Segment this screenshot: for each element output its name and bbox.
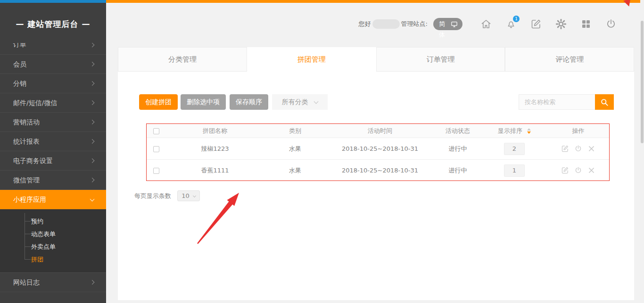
delete-row-icon[interactable] <box>587 145 595 153</box>
manage-site-label: 管理站点: <box>401 20 428 28</box>
sort-toggle[interactable] <box>527 128 531 134</box>
row-checkbox[interactable] <box>153 168 159 174</box>
sidebar-menu: 订单 会员 分销 邮件/短信/微信 营销活动 统计报表 <box>0 43 106 292</box>
save-order-button[interactable]: 保存顺序 <box>230 94 268 110</box>
sidebar-item-label: 订单 <box>13 43 26 48</box>
category-filter-label: 所有分类 <box>282 98 308 106</box>
cell-status: 进行中 <box>434 166 481 175</box>
language-label: 简 <box>439 20 445 28</box>
sort-asc-icon <box>527 128 531 131</box>
sidebar-item-marketing[interactable]: 营销活动 <box>0 113 106 132</box>
submenu-item-booking[interactable]: 预约 <box>0 215 106 228</box>
window-scrollbar[interactable] <box>640 0 644 303</box>
sidebar-submenu: 预约 动态表单 外卖点单 拼团 <box>0 209 106 273</box>
toggle-power-icon[interactable] <box>574 166 582 174</box>
search-icon <box>600 98 609 107</box>
submenu-item-dynamic-forms[interactable]: 动态表单 <box>0 228 106 240</box>
gear-icon[interactable] <box>555 18 567 30</box>
per-page-value: 10 <box>182 192 190 199</box>
sort-order-input[interactable] <box>504 164 525 177</box>
tab-label: 分类管理 <box>168 55 197 64</box>
cell-name: 辣椒1223 <box>165 145 264 153</box>
tab-group-buy-management[interactable]: 拼团管理 <box>247 47 376 72</box>
sidebar-item-site-logs[interactable]: 网站日志 <box>0 273 106 292</box>
submenu-item-group-buy[interactable]: 拼团 <box>0 253 106 266</box>
topbar-orange-accent <box>106 0 644 3</box>
sidebar-item-miniprogram-apps[interactable]: 小程序应用 <box>0 190 106 209</box>
language-switcher: 简 体 <box>433 18 462 30</box>
tab-bar: 分类管理 拼团管理 订单管理 评论管理 <box>118 47 634 72</box>
column-header-time: 活动时间 <box>326 127 434 135</box>
sidebar-item-label: 营销活动 <box>13 118 40 126</box>
per-page-label: 每页显示条数 <box>134 192 171 200</box>
edit-row-icon[interactable] <box>561 145 569 153</box>
row-actions <box>547 145 609 153</box>
sidebar-item-orders[interactable]: 订单 <box>0 43 106 55</box>
bell-icon[interactable]: 1 <box>505 18 517 30</box>
tab-label: 拼团管理 <box>297 55 326 64</box>
edit-icon[interactable] <box>530 18 542 30</box>
chevron-right-icon <box>90 280 95 285</box>
sidebar-item-label: 统计报表 <box>13 138 40 145</box>
sidebar-item-ecommerce-settings[interactable]: 电子商务设置 <box>0 151 106 171</box>
tab-order-management[interactable]: 订单管理 <box>376 47 505 72</box>
tab-label: 订单管理 <box>426 55 454 64</box>
sidebar-item-members[interactable]: 会员 <box>0 55 106 74</box>
per-page-control: 每页显示条数 10 <box>134 190 200 201</box>
cell-time: 2018-10-25~2018-10-31 <box>326 145 434 152</box>
sidebar-item-distribution[interactable]: 分销 <box>0 74 106 93</box>
header-bar: 您好 管理站点: 简 体 1 <box>106 17 644 31</box>
select-all-checkbox[interactable] <box>153 128 159 134</box>
app-title: — 建站管理后台 — <box>0 19 106 30</box>
column-header-status: 活动状态 <box>434 127 481 135</box>
row-checkbox[interactable] <box>153 146 159 152</box>
language-pill[interactable]: 简 <box>433 18 462 30</box>
toggle-power-icon[interactable] <box>574 145 582 153</box>
sort-desc-icon <box>527 131 531 134</box>
submenu-item-label: 外卖点单 <box>31 243 56 250</box>
row-actions <box>547 166 609 174</box>
chevron-down-icon <box>90 197 95 201</box>
scrollbar-thumb[interactable] <box>641 21 644 143</box>
sidebar-item-label: 网站日志 <box>13 278 40 286</box>
search-button[interactable] <box>595 94 614 110</box>
tab-category-management[interactable]: 分类管理 <box>118 47 247 72</box>
submenu-item-takeout-order[interactable]: 外卖点单 <box>0 240 106 253</box>
search-input[interactable] <box>519 94 595 110</box>
home-icon[interactable] <box>480 18 492 30</box>
search-bar <box>519 94 614 110</box>
annotation-red-marker <box>623 0 633 8</box>
notification-badge: 1 <box>513 16 520 22</box>
edit-row-icon[interactable] <box>561 166 569 174</box>
chevron-right-icon <box>90 43 95 47</box>
sidebar-item-label: 小程序应用 <box>13 196 46 203</box>
sidebar-item-label: 邮件/短信/微信 <box>13 99 57 106</box>
column-header-category: 类别 <box>264 127 326 135</box>
tab-comment-management[interactable]: 评论管理 <box>505 47 634 72</box>
cell-status: 进行中 <box>434 145 481 153</box>
delete-selected-button[interactable]: 删除选中项 <box>181 94 226 110</box>
table-row: 香蕉1111 水果 2018-10-25~2018-10-31 进行中 <box>147 159 609 181</box>
column-header-sort: 显示排序 <box>481 127 547 135</box>
sidebar-item-label: 电子商务设置 <box>13 157 53 164</box>
chevron-right-icon <box>90 100 95 105</box>
sidebar-item-wechat-management[interactable]: 微信管理 <box>0 171 106 190</box>
power-icon[interactable] <box>605 18 617 30</box>
delete-row-icon[interactable] <box>587 166 595 174</box>
column-header-actions: 操作 <box>547 127 609 135</box>
category-filter-dropdown[interactable]: 所有分类 <box>272 94 328 110</box>
table-row: 辣椒1223 水果 2018-10-25~2018-10-31 进行中 <box>147 138 609 159</box>
apps-grid-icon[interactable] <box>580 18 592 30</box>
sidebar-item-mail-sms-wechat[interactable]: 邮件/短信/微信 <box>0 93 106 113</box>
sidebar-item-label: 分销 <box>13 80 26 87</box>
sidebar-item-statistics[interactable]: 统计报表 <box>0 132 106 151</box>
per-page-select[interactable]: 10 <box>177 190 200 201</box>
chevron-down-icon <box>193 194 196 197</box>
cell-category: 水果 <box>264 145 326 153</box>
sort-order-input[interactable] <box>504 143 525 155</box>
language-label-secondary: 体 <box>439 31 445 39</box>
chevron-right-icon <box>90 120 95 124</box>
table-header-row: 拼团名称 类别 活动时间 活动状态 显示排序 操作 <box>147 124 609 138</box>
create-group-buy-button[interactable]: 创建拼团 <box>139 94 178 110</box>
tab-label: 评论管理 <box>555 55 584 64</box>
